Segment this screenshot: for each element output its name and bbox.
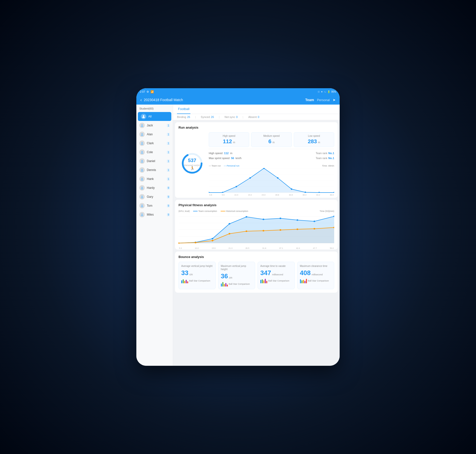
- not-sync-label: Not sync: [225, 115, 235, 118]
- settings-icon: ⚙: [147, 90, 149, 93]
- run-stats-right: High speed 112 m Medium speed 6: [209, 132, 334, 194]
- status-bar-left: 2:07 ⚙ 📶: [140, 90, 154, 93]
- status-bar: 2:07 ⚙ 📶 ☉ ✦ ↑↓ 🔋 95%: [136, 88, 340, 95]
- max-clearance-value: 408: [300, 269, 311, 277]
- max-jump-unit: cm: [229, 276, 232, 279]
- clark-label: Clark: [147, 142, 165, 145]
- svg-point-20: [141, 204, 143, 206]
- alan-avatar: [139, 132, 145, 137]
- absent-value: 0: [258, 115, 259, 118]
- wifi-icon: ☉: [318, 90, 320, 93]
- svg-point-70: [314, 228, 315, 229]
- header-right: Team Personal ➤: [305, 98, 336, 102]
- avg-jump-value: 33: [181, 269, 188, 277]
- gary-badge: 9: [167, 195, 170, 199]
- bounce-card-avg-vacate: Average time to vacate 347 millisecond: [258, 262, 295, 289]
- tom-label: Tom: [147, 204, 165, 207]
- miles-label: Miles: [147, 213, 165, 216]
- signal-icon: ↑↓: [324, 90, 326, 93]
- back-button[interactable]: ‹: [140, 97, 142, 103]
- filter-binding: Binding 26: [177, 115, 190, 118]
- absent-label: Absent: [248, 115, 257, 118]
- sidebar-item-hardy[interactable]: Hardy 9: [136, 183, 173, 192]
- y-label: (KFU, kcal): [178, 210, 190, 212]
- svg-point-4: [141, 133, 143, 135]
- high-speed-label: High speed: [211, 135, 246, 137]
- max-jump-value: 36: [221, 272, 228, 280]
- avg-vacate-bars: [260, 278, 267, 283]
- bluetooth-icon: ✦: [321, 90, 323, 93]
- cole-label: Cole: [147, 150, 165, 154]
- svg-point-37: [236, 186, 237, 187]
- share-button[interactable]: ➤: [333, 98, 336, 102]
- svg-point-23: [141, 215, 143, 216]
- svg-point-1: [142, 117, 145, 118]
- filter-bar: Binding 26 | Synced 26 | Not sync 0 | Ab…: [173, 114, 340, 120]
- max-jump-label: Maximum vertical jump height: [221, 264, 253, 271]
- low-speed-label: Low speed: [297, 135, 331, 137]
- tab-football[interactable]: Football: [177, 105, 190, 114]
- binding-value: 26: [187, 115, 190, 118]
- svg-point-43: [318, 192, 320, 193]
- svg-point-62: [178, 242, 179, 244]
- svg-point-40: [277, 177, 278, 179]
- sim-icon: 📶: [150, 90, 154, 93]
- medium-speed-unit: m: [272, 141, 274, 144]
- avg-jump-unit: cm: [189, 273, 193, 276]
- svg-point-15: [141, 179, 143, 181]
- chart-time-label: Time: 48min: [322, 165, 334, 167]
- medium-speed-label: Medium speed: [254, 135, 289, 137]
- battery-level: 95%: [331, 90, 336, 93]
- header-title: 20230418 Football Match: [144, 98, 305, 102]
- tablet-container: 2:07 ⚙ 📶 ☉ ✦ ↑↓ 🔋 95% ‹ 20230418 Footbal…: [136, 88, 340, 366]
- svg-point-6: [141, 142, 143, 143]
- sidebar-item-miles[interactable]: Miles 9: [136, 210, 173, 219]
- sidebar-item-clark[interactable]: Clark 1: [136, 139, 173, 148]
- low-speed-value: 283: [308, 138, 317, 144]
- svg-point-0: [143, 115, 144, 117]
- svg-point-41: [291, 188, 292, 190]
- team-run-legend: — Team run: [209, 165, 221, 167]
- sidebar-item-gary[interactable]: Gary 9: [136, 192, 173, 201]
- svg-point-57: [280, 218, 281, 219]
- team-tab[interactable]: Team: [305, 98, 314, 102]
- hank-label: Hank: [147, 177, 165, 181]
- run-chart-area: — Team run — Personal run Time: 48min: [209, 165, 334, 194]
- sidebar-item-hank[interactable]: Hank 1: [136, 174, 173, 183]
- svg-point-63: [195, 242, 196, 243]
- jack-avatar: [139, 123, 145, 128]
- svg-point-12: [141, 169, 143, 170]
- physical-fitness-section: Physical fitness analysis (KFU, kcal) Te…: [175, 200, 338, 250]
- sidebar-item-daniel[interactable]: Daniel 1: [136, 157, 173, 166]
- svg-text:537: 537: [188, 158, 196, 163]
- run-analysis-title: Run analysis: [178, 126, 334, 129]
- hardy-avatar: [139, 185, 145, 191]
- svg-text:🏃: 🏃: [190, 166, 195, 170]
- svg-point-44: [333, 192, 334, 193]
- low-speed-unit: m: [318, 141, 320, 144]
- sidebar-item-dennis[interactable]: Dennis 1: [136, 166, 173, 174]
- all-avatar: [141, 114, 146, 119]
- bounce-card-max-clearance: Maximum clearance time 408 millisecond: [297, 262, 334, 289]
- bounce-card-avg-jump: Average vertical jump height 33 cm: [178, 262, 216, 289]
- personal-tab[interactable]: Personal: [317, 98, 330, 102]
- status-bar-right: ☉ ✦ ↑↓ 🔋 95%: [318, 90, 336, 93]
- sidebar-item-jack[interactable]: Jack 1: [136, 121, 173, 130]
- svg-point-53: [212, 238, 213, 239]
- sidebar-item-tom[interactable]: Tom 9: [136, 201, 173, 210]
- svg-point-3: [141, 126, 143, 127]
- medium-speed-card: Medium speed 6 m: [251, 132, 292, 147]
- svg-point-38: [249, 177, 251, 179]
- sidebar-item-all[interactable]: All: [138, 112, 171, 121]
- svg-point-68: [280, 229, 281, 231]
- personal-run-legend: — Personal run: [224, 165, 239, 167]
- run-analysis-section: Run analysis 537 Personal run(m) 🏃: [175, 122, 338, 198]
- svg-point-56: [263, 219, 264, 220]
- sidebar-item-alan[interactable]: Alan 1: [136, 130, 173, 139]
- clark-badge: 1: [167, 142, 170, 145]
- sidebar-item-cole[interactable]: Cole 1: [136, 148, 173, 157]
- bounce-analysis-section: Bounce analysis Average vertical jump he…: [175, 252, 338, 293]
- svg-point-16: [141, 187, 143, 188]
- high-speed-detail: High speed 112 m Team rankNo.1: [209, 151, 334, 156]
- max-clearance-unit: millisecond: [312, 273, 323, 276]
